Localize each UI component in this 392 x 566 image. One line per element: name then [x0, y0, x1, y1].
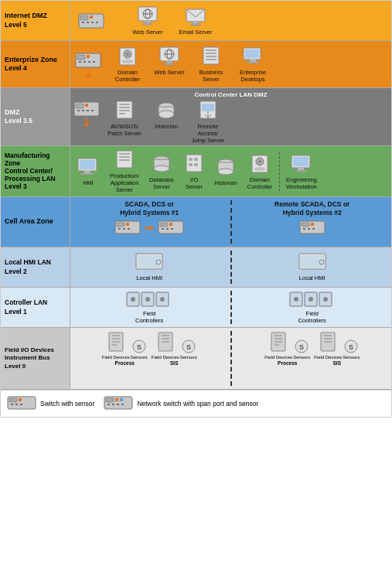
web-server-ent-icon [159, 46, 180, 66]
svg-rect-57 [119, 113, 125, 114]
scada-1-title: SCADA, DCS orHybrid Systems #1 [120, 200, 179, 217]
hmi-left: Local HMI [72, 251, 227, 284]
switch-sensor-icon-3 [73, 100, 100, 118]
engineering-ws-label: EngineeringWorkstation [286, 176, 317, 190]
svg-rect-93 [126, 223, 129, 226]
web-server-label: Web Server [132, 29, 162, 36]
field-controllers-right-label: FieldControllers [298, 310, 326, 324]
arrow-right-1 [144, 223, 155, 234]
engineering-ws-icon [291, 154, 312, 174]
field-device-3-label: Field Devices [264, 355, 292, 360]
zone-hmi-label: Local HMI LANLevel 2 [1, 247, 70, 287]
svg-rect-106 [302, 223, 309, 227]
svg-point-128 [323, 297, 328, 302]
svg-rect-162 [106, 398, 114, 402]
svg-rect-11 [145, 21, 151, 23]
cell-divider [230, 200, 232, 244]
sensor-1: S Sensors [131, 339, 148, 360]
hmi-icon [77, 157, 99, 177]
device-remote-access: Remote Access/Jump Server [188, 100, 228, 144]
zone-cell-title: Cell Area Zone [5, 217, 66, 227]
svg-rect-14 [193, 22, 199, 24]
svg-rect-90 [295, 170, 307, 172]
svg-rect-88 [293, 157, 308, 166]
svg-rect-28 [123, 60, 132, 63]
zone-cell: Cell Area Zone SCADA, DCS orHybrid Syste… [1, 197, 391, 247]
svg-rect-17 [77, 55, 85, 60]
zone-dmz-level: Level 3.5 [5, 117, 66, 125]
svg-rect-54 [119, 104, 130, 105]
svg-point-27 [126, 53, 129, 56]
svg-text:S: S [299, 343, 304, 351]
svg-rect-45 [76, 104, 84, 108]
web-server-ent-label: Web Server [154, 69, 184, 76]
svg-rect-76 [189, 158, 193, 161]
field-sis-right: Field Devices S Sensors SIS [314, 331, 360, 366]
production-app-label: Production/ApplicationServer [110, 172, 139, 193]
business-server-label: Business Server [191, 69, 231, 83]
svg-point-74 [154, 165, 169, 172]
domain-controller-mfg-label: DomainController [247, 176, 273, 190]
device-engineering-ws: EngineeringWorkstation [282, 153, 321, 190]
scada-switch-2 [158, 220, 184, 237]
svg-marker-98 [149, 226, 155, 230]
field-device-2: Field Devices [152, 331, 179, 360]
database-server-icon [151, 154, 172, 174]
svg-rect-101 [169, 223, 172, 226]
field-controllers-left-icon [126, 291, 172, 309]
device-database-server: DatabaseServer [145, 153, 179, 190]
svg-rect-69 [119, 153, 130, 155]
zone-dmz-label: DMZ Level 3.5 [1, 88, 70, 145]
legend-switch-sensor-icon [7, 395, 36, 412]
svg-rect-62 [202, 104, 214, 111]
zone-enterprise: Enterprize Zone Level 4 [1, 41, 391, 88]
field-device-4: Field Devices [314, 331, 342, 360]
svg-point-60 [159, 111, 174, 118]
device-domain-controller: Domain Controller [107, 46, 148, 83]
email-server-icon [185, 6, 206, 26]
sensor-3-icon: S [294, 339, 309, 354]
device-web-server-ent: Web Server [149, 46, 189, 76]
web-server-icon [137, 6, 159, 26]
field-right: Field Devices S Sensors Process [235, 331, 390, 386]
zone-controller: Cotroller LANLevel 1 FieldControllers [1, 288, 391, 328]
svg-rect-163 [115, 398, 118, 401]
io-server-icon [183, 154, 205, 174]
svg-rect-34 [165, 63, 174, 65]
scada-1-switches [114, 220, 184, 237]
svg-rect-39 [206, 59, 216, 60]
email-server-label: Email Server [179, 29, 213, 36]
hmi-monitor-left-icon [135, 253, 163, 274]
svg-rect-37 [206, 53, 216, 54]
legend: Switch with sensor Network switch with s… [1, 390, 391, 417]
svg-rect-78 [189, 163, 193, 166]
field-device-1-label: Field Devices [102, 355, 130, 360]
zone-manufacturing-level: Level 3 [5, 182, 66, 191]
svg-rect-46 [85, 104, 88, 107]
zone-controller-content: FieldControllers FieldControllers [70, 288, 391, 327]
svg-rect-36 [206, 49, 216, 51]
zone-manufacturing-title: Manufacturing ZoneControl Center/Process… [5, 152, 66, 183]
sensor-2-icon: S [181, 339, 196, 354]
zone-field-content: Field Devices S Sensors Process [70, 328, 391, 389]
sensor-1-label: Sensors [131, 355, 148, 360]
hmi-right: Local HMI [235, 251, 390, 284]
sensor-3: S Sensors [293, 339, 310, 360]
zone-internet-label: Internet DMZ Level 5 [1, 1, 70, 40]
controllers-right: FieldControllers [235, 291, 390, 324]
zone-enterprise-content: Domain Controller Web Server [70, 41, 391, 87]
zone-enterprise-label: Enterprize Zone Level 4 [1, 41, 70, 87]
zone-manufacturing-content: HMI Production/ApplicationServer [70, 146, 391, 196]
field-controllers-right-icon [289, 291, 336, 309]
controllers-left: FieldControllers [72, 291, 227, 324]
remote-access-label: Remote Access/Jump Server [188, 123, 228, 144]
sensor-1-icon: S [131, 339, 147, 354]
enterprise-desktops-label: Enterprise Desktops [233, 69, 273, 83]
zone-internet-title: Internet DMZ [5, 12, 66, 21]
svg-rect-55 [119, 107, 130, 108]
svg-rect-65 [80, 160, 95, 169]
sensor-2-label: Sensors [180, 355, 197, 360]
field-device-1-icon [107, 331, 124, 354]
svg-rect-43 [247, 62, 259, 63]
scada-2-switches [299, 220, 326, 237]
